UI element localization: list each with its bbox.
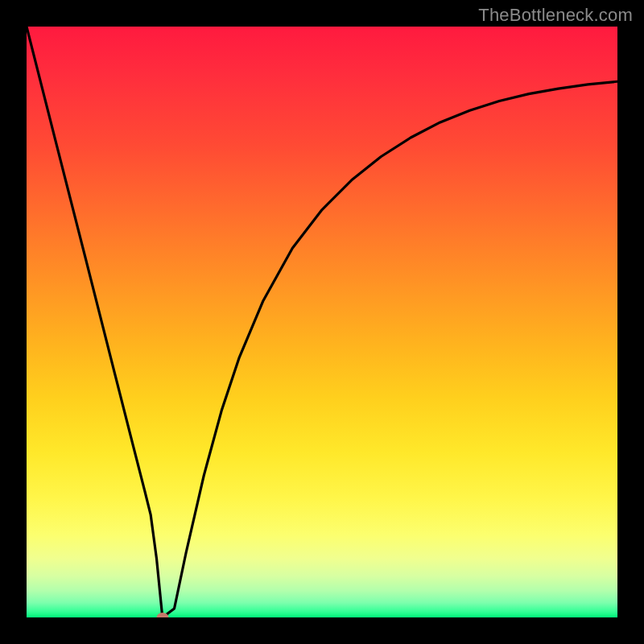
plot-area — [27, 27, 617, 617]
chart-frame: TheBottleneck.com — [0, 0, 644, 644]
optimal-point-marker — [156, 613, 168, 617]
curve-path — [27, 27, 617, 617]
bottleneck-curve — [27, 27, 617, 617]
watermark-text: TheBottleneck.com — [478, 5, 633, 26]
